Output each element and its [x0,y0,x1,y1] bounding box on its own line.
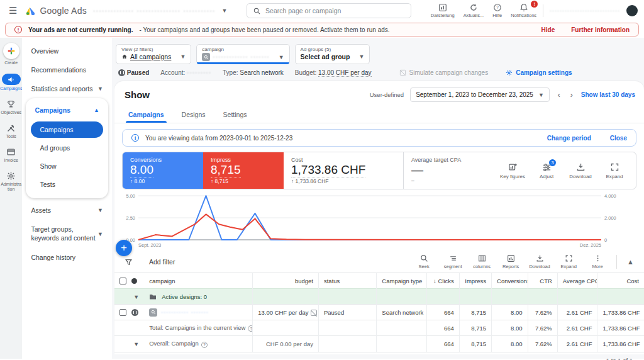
metric-conversions[interactable]: Conversions 8.00 ↑ 8.00 [123,152,203,189]
campaign-row[interactable]: ··········· ······· 13.00 CHF per day Pa… [114,305,644,320]
create-button[interactable]: Create [3,43,19,65]
download-button[interactable]: Download [565,162,596,179]
ads-not-running-alert: ! Your ads are not currently running. - … [5,23,639,37]
notifications-button[interactable]: ! Notifications [511,3,536,18]
add-campaign-fab[interactable]: + [116,240,132,256]
download-table-button[interactable]: Download [526,254,553,269]
expand-button[interactable]: Expand [599,162,630,179]
avatar[interactable] [626,5,638,16]
chevron-down-icon: ▼ [97,86,103,92]
alert-bold-text: Your ads are not currently running. [28,26,133,33]
nav-change-history[interactable]: Change history [22,248,112,267]
nav-campaigns-section[interactable]: Campaigns▲ [26,101,108,120]
more-dots-icon [594,254,602,262]
chevron-down-icon[interactable]: ▼ [133,294,139,300]
sort-clicks-header[interactable]: ↓ Clicks [427,273,459,289]
alert-icon: ! [14,26,22,33]
nav-sub-ad-groups[interactable]: Ad groups [31,140,103,156]
search-input[interactable]: Search page or campaign [247,3,411,18]
hide-alert-link[interactable]: Hide [541,26,555,33]
rail-administration[interactable]: Administra tion [0,171,22,192]
segment-button[interactable]: segment [439,254,467,269]
nav-recommendations[interactable]: Recommendations [22,60,112,79]
nav-overview[interactable]: Overview [22,42,112,60]
chart-box-icon [438,3,447,12]
campaign-name-link[interactable]: ··········· ······· [161,309,208,315]
seek-button[interactable]: Seek [410,254,438,269]
tab-campaigns[interactable]: Campaigns [121,106,172,123]
search-campaign-icon [202,53,210,61]
reports-icon [507,254,515,262]
metric-cost[interactable]: Cost 1,733.86 CHF ↑ 1,733.86 CHF [284,152,403,189]
menu-icon[interactable]: ☰ [6,5,19,16]
tab-settings[interactable]: Settings [216,106,255,123]
chevron-down-icon[interactable]: ▼ [133,341,139,347]
campaign-selector-dropdown[interactable]: campaign ············· ······· ▼ [196,44,289,64]
rail-tools[interactable]: Tools [6,123,16,139]
refresh-icon [469,3,478,12]
key-figures-button[interactable]: Key figures [497,162,528,179]
show-last-30-days-link[interactable]: Show last 30 days [581,91,635,98]
more-button[interactable]: More [584,254,611,269]
metrics-strip: Conversions 8.00 ↑ 8.00 Impress 8,715 ↑ … [122,152,636,189]
date-info-banner: i You are viewing data from 2023-09-01 t… [122,129,636,147]
help-button[interactable]: ? Hilfe [492,3,502,18]
table-pagination: 1 to 1 of 1 [114,352,644,360]
google-ads-logo: Google Ads [26,6,86,16]
google-ads-triangle-icon [26,6,36,15]
tab-bar: Campaigns Designs Settings [114,104,644,123]
nav-sub-tests[interactable]: Tests [31,176,103,193]
date-range-dropdown[interactable]: September 1, 2023 to December 23, 2025 ▼ [410,87,550,102]
close-banner-link[interactable]: Close [610,135,627,142]
date-next-button[interactable]: › [569,91,575,99]
date-prev-button[interactable]: ‹ [556,91,562,99]
reports-button[interactable]: Reports [497,254,525,269]
collapse-table-button[interactable]: ▲ [622,258,639,266]
search-icon [420,254,428,262]
columns-icon [478,254,486,262]
tab-designs[interactable]: Designs [174,106,213,123]
svg-text:4.000: 4.000 [604,193,616,199]
rail-objectives[interactable]: Objectives [1,99,21,115]
product-name: Google Ads [40,6,86,16]
bell-icon [519,3,528,12]
expand-icon [610,162,619,172]
view-filter-dropdown[interactable]: View (2 filters) All campaigns ▼ [116,44,191,64]
rail-campaigns[interactable]: Campaigns [0,74,22,91]
trophy-icon [6,99,16,109]
adjust-button[interactable]: 3 Adjust [531,162,562,179]
rail-invoice[interactable]: Invoice [4,147,18,163]
expand-table-button[interactable]: Expand [555,254,582,269]
row-checkbox[interactable] [119,309,126,316]
ad-group-dropdown[interactable]: Ad groups (5) Select ad group ▼ [295,44,370,64]
add-filter-button[interactable]: Add filter [125,258,175,266]
refresh-button[interactable]: Aktualis... [464,3,484,18]
nav-sub-campaigns[interactable]: Campaigns [31,121,103,138]
account-caret-icon[interactable]: ▼ [221,8,227,14]
further-information-link[interactable]: Further information [571,26,630,33]
columns-button[interactable]: columns [468,254,496,269]
top-actions: Darstellung Aktualis... ? Hilfe ! Notifi… [431,3,536,18]
campaign-settings-button[interactable]: Campaign settings [506,69,572,76]
change-period-link[interactable]: Change period [547,135,591,142]
budget-value[interactable]: 13.00 CHF per day [318,69,372,77]
nav-assets[interactable]: Assets▼ [22,201,112,220]
search-placeholder: Search page or campaign [265,7,341,14]
expand-icon [565,254,573,262]
help-icon: ? [493,3,502,12]
metric-average-target-cpa[interactable]: Average target CPA — – [403,152,497,189]
metric-impressions[interactable]: Impress 8,715 ↑ 8,715 [203,152,284,189]
nav-target-groups[interactable]: Target groups, keywords and content▼ [22,220,112,248]
card-icon [6,147,16,157]
divider [543,4,543,17]
folder-icon [149,293,157,300]
home-icon [121,53,128,60]
scope-filter-row: View (2 filters) All campaigns ▼ campaig… [112,38,644,64]
nav-sub-show[interactable]: Show [31,158,103,174]
select-all-checkbox[interactable] [119,278,126,284]
appearance-button[interactable]: Darstellung [431,3,455,18]
svg-text:2,50: 2,50 [126,215,135,221]
account-name[interactable]: ·············· ··············· ·········… [93,7,216,14]
nav-statistics[interactable]: Statistics and reports▼ [22,79,112,98]
tools-icon [6,123,16,133]
